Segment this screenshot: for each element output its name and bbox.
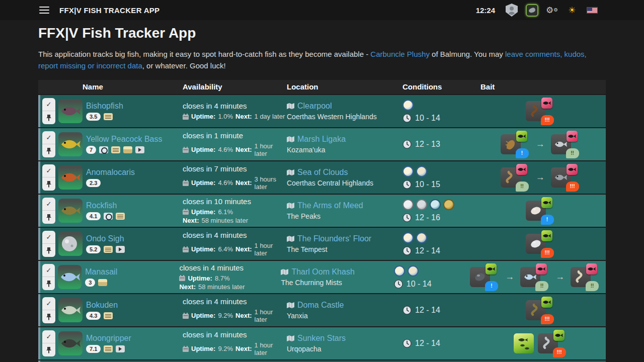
column-header-availability: Availability xyxy=(183,82,287,91)
mark-caught-button[interactable]: ✓ xyxy=(42,330,55,344)
name-cell: Bishopfish3.5 xyxy=(83,97,183,125)
map-icon xyxy=(287,236,294,242)
mark-caught-button[interactable]: ✓ xyxy=(42,297,55,311)
bait-item[interactable]: ! xyxy=(470,267,490,287)
column-header-location: Location xyxy=(287,82,403,91)
fish-name-link[interactable]: Manasail xyxy=(85,267,179,277)
navbar-brand[interactable]: FFX|V FISH TRACKER APP xyxy=(59,6,159,15)
bait-icon[interactable] xyxy=(525,4,538,17)
navbar-actions: 12:24 ⚙⚙ ☀ xyxy=(476,4,599,17)
settings-gears-icon[interactable]: ⚙⚙ xyxy=(545,4,558,17)
bait-item[interactable]: !! xyxy=(571,267,591,287)
closes-text: closes in 4 minutes xyxy=(183,297,287,306)
next-label: Next: xyxy=(235,179,252,187)
pin-button[interactable] xyxy=(42,177,55,191)
intro-link[interactable]: Carbuncle Plushy xyxy=(370,50,430,58)
availability-cell: closes in 4 minutesUptime:6.4%Next:1 hou… xyxy=(183,230,287,258)
mark-caught-button[interactable]: ✓ xyxy=(42,98,55,112)
bait-item[interactable]: !! xyxy=(501,167,521,188)
uptime-value: 9.2% xyxy=(218,345,233,352)
bait-item[interactable]: !!! xyxy=(538,333,558,353)
next-value: 1 hour later xyxy=(255,142,287,157)
weather-row xyxy=(403,100,480,111)
availability-cell: closes in 4 minutesUptime:9.2%Next:1 hou… xyxy=(183,296,287,324)
time-window: 12 - 14 xyxy=(403,339,480,348)
box-icon xyxy=(123,146,132,153)
fish-row: ✓Ondo Sigh5.2closes in 4 minutesUptime:6… xyxy=(38,228,606,260)
fish-name-link[interactable]: Rockfish xyxy=(86,201,183,210)
mark-caught-button[interactable]: ✓ xyxy=(42,164,55,178)
pin-button[interactable] xyxy=(42,144,55,157)
mark-caught-button[interactable]: ✓ xyxy=(42,231,55,244)
fish-name-link[interactable]: Bishopfish xyxy=(86,102,183,111)
tug-indicator: !!! xyxy=(541,314,554,324)
next-value: 1 day later xyxy=(255,113,285,120)
location-link[interactable]: Sunken Stars xyxy=(297,334,346,343)
conditions-cell: 10 - 14 xyxy=(403,97,480,125)
chain-arrow-icon: → xyxy=(536,139,545,149)
pin-button[interactable] xyxy=(42,111,55,124)
language-flag-us-icon[interactable] xyxy=(586,4,599,17)
next-value: 58 minutes later xyxy=(202,217,249,224)
fish-name-link[interactable]: Yellow Peacock Bass xyxy=(86,135,183,144)
tug-indicator: !!! xyxy=(553,347,566,357)
uptime-value: 9.2% xyxy=(218,312,233,319)
calendar-icon xyxy=(183,313,189,319)
bait-item[interactable]: !!! xyxy=(526,300,546,320)
bait-item[interactable]: !! xyxy=(520,267,540,287)
powerful-hookset-icon xyxy=(516,164,527,175)
video-icon[interactable] xyxy=(135,146,144,153)
tug-indicator: !! xyxy=(516,182,529,192)
zone-name: Coerthas Western Highlands xyxy=(287,113,403,121)
map-icon xyxy=(287,136,294,142)
intro-text: , or whatever. Good luck! xyxy=(142,61,226,70)
weather-row xyxy=(403,199,480,210)
bait-item[interactable]: ! xyxy=(526,201,546,221)
location-cell: The Arms of MeedThe Peaks xyxy=(287,197,403,225)
pin-button[interactable] xyxy=(42,244,55,257)
location-link[interactable]: The Arms of Meed xyxy=(297,201,363,210)
theme-sun-icon[interactable]: ☀ xyxy=(566,4,579,17)
menu-button[interactable] xyxy=(39,7,49,14)
location-link[interactable]: Doma Castle xyxy=(297,301,344,310)
fish-name-link[interactable]: Ondo Sigh xyxy=(86,234,183,243)
mark-caught-button[interactable]: ✓ xyxy=(42,198,55,211)
pin-button[interactable] xyxy=(42,277,55,290)
calendar-icon xyxy=(183,246,189,252)
video-icon[interactable] xyxy=(116,345,125,352)
bait-cell: !!! xyxy=(480,230,606,258)
fish-row: ✓Manasail3closes in 4 minutesUptime:8.7%… xyxy=(38,261,606,293)
pin-button[interactable] xyxy=(42,211,55,224)
bait-item[interactable]: !!! xyxy=(526,234,546,254)
achievements-icon[interactable] xyxy=(505,4,518,17)
name-cell: Rockfish4.1 xyxy=(83,197,183,225)
fish-meta: 3 xyxy=(85,279,179,287)
fish-name-link[interactable]: Anomalocaris xyxy=(86,168,183,177)
pin-button[interactable] xyxy=(42,343,55,356)
mark-caught-button[interactable]: ✓ xyxy=(42,264,55,278)
fish-name-link[interactable]: Bokuden xyxy=(86,301,183,310)
location-link[interactable]: The Flounders' Floor xyxy=(297,234,371,243)
uptime-value: 6.1% xyxy=(218,208,233,216)
video-icon[interactable] xyxy=(116,246,125,253)
bait-item[interactable]: ! xyxy=(501,134,521,154)
conditions-cell: 12 - 14 xyxy=(403,230,480,258)
location-link[interactable]: Clearpool xyxy=(297,102,332,111)
mark-caught-button[interactable]: ✓ xyxy=(42,131,55,145)
weather-icon-fair-skies xyxy=(403,232,414,243)
notebook-icon xyxy=(104,345,113,352)
location-link[interactable]: Marsh Ligaka xyxy=(297,135,346,144)
uptime-label: Uptime: xyxy=(191,345,215,352)
time-window: 12 - 14 xyxy=(403,246,480,255)
pin-button[interactable] xyxy=(42,310,55,323)
calendar-icon xyxy=(183,209,189,215)
location-link[interactable]: Tharl Oom Khash xyxy=(291,267,354,277)
bait-item[interactable]: !! xyxy=(551,134,571,154)
location-link[interactable]: Sea of Clouds xyxy=(297,168,348,177)
bait-item[interactable]: !!! xyxy=(551,167,571,188)
fish-thumbnail xyxy=(58,298,83,322)
bait-cell: !!→!!! xyxy=(480,163,606,192)
bait-item[interactable]: !!! xyxy=(526,101,546,121)
weather-row xyxy=(394,265,470,277)
fish-name-link[interactable]: Moongripper xyxy=(86,334,183,343)
